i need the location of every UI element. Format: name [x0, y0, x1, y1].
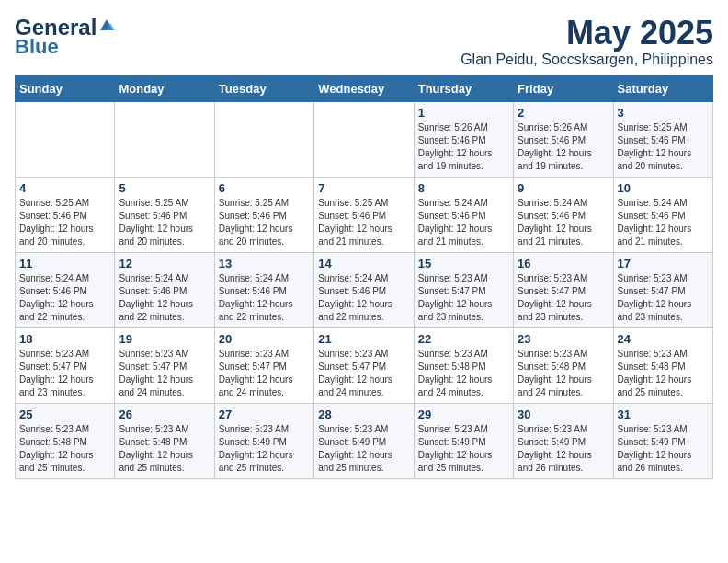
calendar-cell: 22Sunrise: 5:23 AM Sunset: 5:48 PM Dayli…	[414, 327, 513, 403]
calendar-title: May 2025	[461, 15, 713, 52]
day-info: Sunrise: 5:24 AM Sunset: 5:46 PM Dayligh…	[119, 272, 210, 324]
day-number: 5	[119, 181, 210, 195]
calendar-table: SundayMondayTuesdayWednesdayThursdayFrid…	[15, 75, 713, 479]
day-info: Sunrise: 5:24 AM Sunset: 5:46 PM Dayligh…	[318, 272, 409, 324]
calendar-cell: 1Sunrise: 5:26 AM Sunset: 5:46 PM Daylig…	[414, 101, 513, 177]
calendar-cell: 23Sunrise: 5:23 AM Sunset: 5:48 PM Dayli…	[514, 327, 613, 403]
calendar-cell: 13Sunrise: 5:24 AM Sunset: 5:46 PM Dayli…	[214, 252, 313, 327]
day-number: 18	[19, 332, 110, 346]
day-info: Sunrise: 5:23 AM Sunset: 5:47 PM Dayligh…	[418, 272, 509, 324]
calendar-cell	[115, 101, 214, 177]
calendar-cell: 17Sunrise: 5:23 AM Sunset: 5:47 PM Dayli…	[613, 252, 712, 327]
day-info: Sunrise: 5:23 AM Sunset: 5:48 PM Dayligh…	[119, 423, 210, 475]
day-info: Sunrise: 5:25 AM Sunset: 5:46 PM Dayligh…	[219, 197, 310, 248]
week-row-5: 25Sunrise: 5:23 AM Sunset: 5:48 PM Dayli…	[16, 403, 713, 478]
calendar-cell: 20Sunrise: 5:23 AM Sunset: 5:47 PM Dayli…	[214, 327, 313, 403]
day-info: Sunrise: 5:23 AM Sunset: 5:48 PM Dayligh…	[518, 348, 609, 399]
day-number: 7	[318, 181, 409, 195]
day-info: Sunrise: 5:23 AM Sunset: 5:47 PM Dayligh…	[318, 348, 409, 399]
day-number: 25	[19, 408, 110, 421]
day-info: Sunrise: 5:23 AM Sunset: 5:49 PM Dayligh…	[219, 423, 310, 475]
day-info: Sunrise: 5:23 AM Sunset: 5:48 PM Dayligh…	[418, 348, 509, 399]
calendar-cell: 10Sunrise: 5:24 AM Sunset: 5:46 PM Dayli…	[613, 177, 712, 252]
calendar-cell: 6Sunrise: 5:25 AM Sunset: 5:46 PM Daylig…	[214, 177, 313, 252]
calendar-cell: 16Sunrise: 5:23 AM Sunset: 5:47 PM Dayli…	[514, 252, 613, 327]
calendar-cell: 29Sunrise: 5:23 AM Sunset: 5:49 PM Dayli…	[414, 403, 513, 478]
day-info: Sunrise: 5:23 AM Sunset: 5:47 PM Dayligh…	[19, 348, 110, 399]
calendar-cell: 8Sunrise: 5:24 AM Sunset: 5:46 PM Daylig…	[414, 177, 513, 252]
day-info: Sunrise: 5:24 AM Sunset: 5:46 PM Dayligh…	[418, 197, 509, 248]
calendar-cell: 27Sunrise: 5:23 AM Sunset: 5:49 PM Dayli…	[214, 403, 313, 478]
calendar-cell	[314, 101, 414, 177]
day-info: Sunrise: 5:25 AM Sunset: 5:46 PM Dayligh…	[618, 121, 709, 173]
day-info: Sunrise: 5:25 AM Sunset: 5:46 PM Dayligh…	[19, 197, 110, 248]
day-number: 22	[418, 332, 509, 346]
calendar-cell	[16, 101, 115, 177]
day-number: 29	[418, 408, 509, 421]
day-number: 31	[618, 408, 709, 421]
header-monday: Monday	[115, 75, 214, 101]
title-block: May 2025 Glan Peidu, Soccsksargen, Phili…	[461, 15, 713, 68]
calendar-cell: 18Sunrise: 5:23 AM Sunset: 5:47 PM Dayli…	[16, 327, 115, 403]
day-number: 20	[219, 332, 310, 346]
day-number: 15	[418, 257, 509, 270]
calendar-header-row: SundayMondayTuesdayWednesdayThursdayFrid…	[16, 75, 713, 101]
day-number: 14	[318, 257, 409, 270]
calendar-cell: 21Sunrise: 5:23 AM Sunset: 5:47 PM Dayli…	[314, 327, 414, 403]
header-saturday: Saturday	[613, 75, 712, 101]
calendar-cell: 24Sunrise: 5:23 AM Sunset: 5:48 PM Dayli…	[613, 327, 712, 403]
day-number: 16	[518, 257, 609, 270]
day-number: 3	[618, 106, 709, 120]
header-tuesday: Tuesday	[214, 75, 313, 101]
calendar-cell: 4Sunrise: 5:25 AM Sunset: 5:46 PM Daylig…	[16, 177, 115, 252]
logo: General Blue	[15, 15, 115, 59]
day-number: 17	[618, 257, 709, 270]
day-info: Sunrise: 5:26 AM Sunset: 5:46 PM Dayligh…	[418, 121, 509, 173]
week-row-4: 18Sunrise: 5:23 AM Sunset: 5:47 PM Dayli…	[16, 327, 713, 403]
week-row-3: 11Sunrise: 5:24 AM Sunset: 5:46 PM Dayli…	[16, 252, 713, 327]
calendar-cell	[214, 101, 313, 177]
day-info: Sunrise: 5:23 AM Sunset: 5:47 PM Dayligh…	[618, 272, 709, 324]
day-number: 27	[219, 408, 310, 421]
day-info: Sunrise: 5:23 AM Sunset: 5:47 PM Dayligh…	[219, 348, 310, 399]
logo-icon	[98, 17, 115, 34]
day-info: Sunrise: 5:24 AM Sunset: 5:46 PM Dayligh…	[518, 197, 609, 248]
calendar-cell: 14Sunrise: 5:24 AM Sunset: 5:46 PM Dayli…	[314, 252, 414, 327]
calendar-cell: 30Sunrise: 5:23 AM Sunset: 5:49 PM Dayli…	[514, 403, 613, 478]
day-number: 10	[618, 181, 709, 195]
day-number: 26	[119, 408, 210, 421]
day-info: Sunrise: 5:23 AM Sunset: 5:49 PM Dayligh…	[518, 423, 609, 475]
day-info: Sunrise: 5:23 AM Sunset: 5:48 PM Dayligh…	[618, 348, 709, 399]
day-info: Sunrise: 5:23 AM Sunset: 5:49 PM Dayligh…	[418, 423, 509, 475]
day-info: Sunrise: 5:25 AM Sunset: 5:46 PM Dayligh…	[119, 197, 210, 248]
day-number: 8	[418, 181, 509, 195]
day-number: 21	[318, 332, 409, 346]
day-number: 28	[318, 408, 409, 421]
calendar-cell: 9Sunrise: 5:24 AM Sunset: 5:46 PM Daylig…	[514, 177, 613, 252]
day-number: 11	[19, 257, 110, 270]
calendar-cell: 3Sunrise: 5:25 AM Sunset: 5:46 PM Daylig…	[613, 101, 712, 177]
day-number: 4	[19, 181, 110, 195]
day-number: 24	[618, 332, 709, 346]
day-info: Sunrise: 5:25 AM Sunset: 5:46 PM Dayligh…	[318, 197, 409, 248]
header-friday: Friday	[514, 75, 613, 101]
calendar-cell: 11Sunrise: 5:24 AM Sunset: 5:46 PM Dayli…	[16, 252, 115, 327]
calendar-cell: 7Sunrise: 5:25 AM Sunset: 5:46 PM Daylig…	[314, 177, 414, 252]
day-number: 19	[119, 332, 210, 346]
location-subtitle: Glan Peidu, Soccsksargen, Philippines	[461, 52, 713, 68]
day-info: Sunrise: 5:26 AM Sunset: 5:46 PM Dayligh…	[518, 121, 609, 173]
day-info: Sunrise: 5:23 AM Sunset: 5:48 PM Dayligh…	[19, 423, 110, 475]
day-number: 9	[518, 181, 609, 195]
day-info: Sunrise: 5:23 AM Sunset: 5:49 PM Dayligh…	[318, 423, 409, 475]
header-thursday: Thursday	[414, 75, 513, 101]
calendar-cell: 31Sunrise: 5:23 AM Sunset: 5:49 PM Dayli…	[613, 403, 712, 478]
header-sunday: Sunday	[16, 75, 115, 101]
day-info: Sunrise: 5:24 AM Sunset: 5:46 PM Dayligh…	[618, 197, 709, 248]
day-info: Sunrise: 5:23 AM Sunset: 5:47 PM Dayligh…	[518, 272, 609, 324]
calendar-cell: 25Sunrise: 5:23 AM Sunset: 5:48 PM Dayli…	[16, 403, 115, 478]
day-number: 13	[219, 257, 310, 270]
page-header: General Blue May 2025 Glan Peidu, Soccsk…	[15, 15, 713, 68]
calendar-cell: 26Sunrise: 5:23 AM Sunset: 5:48 PM Dayli…	[115, 403, 214, 478]
calendar-cell: 19Sunrise: 5:23 AM Sunset: 5:47 PM Dayli…	[115, 327, 214, 403]
calendar-cell: 12Sunrise: 5:24 AM Sunset: 5:46 PM Dayli…	[115, 252, 214, 327]
